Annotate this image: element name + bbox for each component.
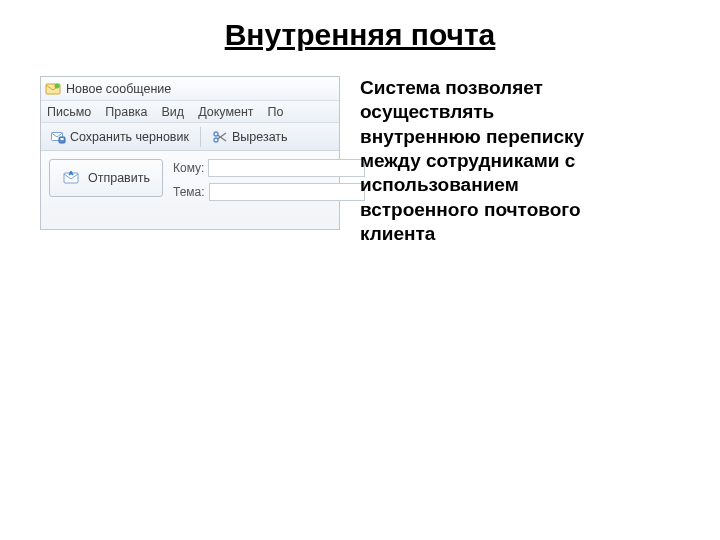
window-title-text: Новое сообщение <box>66 82 171 96</box>
save-draft-label: Сохранить черновик <box>70 130 189 144</box>
toolbar-separator <box>200 127 201 147</box>
cut-button[interactable]: Вырезать <box>207 127 293 147</box>
menu-view[interactable]: Вид <box>162 105 185 119</box>
save-draft-button[interactable]: Сохранить черновик <box>45 127 194 147</box>
svg-rect-4 <box>61 138 64 140</box>
fields-area: Кому: Тема: <box>173 159 365 201</box>
svg-point-1 <box>55 83 60 88</box>
mail-app-icon <box>45 81 61 97</box>
menu-edit[interactable]: Правка <box>105 105 147 119</box>
scissors-icon <box>212 129 228 145</box>
send-label: Отправить <box>88 171 150 185</box>
save-draft-icon <box>50 129 66 145</box>
menu-letter[interactable]: Письмо <box>47 105 91 119</box>
mail-window: Новое сообщение Письмо Правка Вид Докуме… <box>40 76 340 230</box>
svg-rect-9 <box>64 173 78 183</box>
titlebar: Новое сообщение <box>41 77 339 101</box>
menubar: Письмо Правка Вид Документ По <box>41 101 339 123</box>
toolbar: Сохранить черновик Вырезать <box>41 123 339 151</box>
menu-po[interactable]: По <box>268 105 284 119</box>
to-label: Кому: <box>173 161 204 175</box>
subject-label: Тема: <box>173 185 205 199</box>
content-area: Новое сообщение Письмо Правка Вид Докуме… <box>0 62 720 246</box>
slide-description: Система позволяет осуществлять внутренню… <box>360 76 620 246</box>
subject-field[interactable] <box>209 183 365 201</box>
send-button[interactable]: Отправить <box>49 159 163 197</box>
to-row: Кому: <box>173 159 365 177</box>
to-field[interactable] <box>208 159 364 177</box>
subject-row: Тема: <box>173 183 365 201</box>
cut-label: Вырезать <box>232 130 288 144</box>
slide-title: Внутренняя почта <box>0 0 720 62</box>
send-envelope-icon <box>62 170 82 186</box>
compose-body: Отправить Кому: Тема: <box>41 151 339 229</box>
menu-document[interactable]: Документ <box>198 105 253 119</box>
